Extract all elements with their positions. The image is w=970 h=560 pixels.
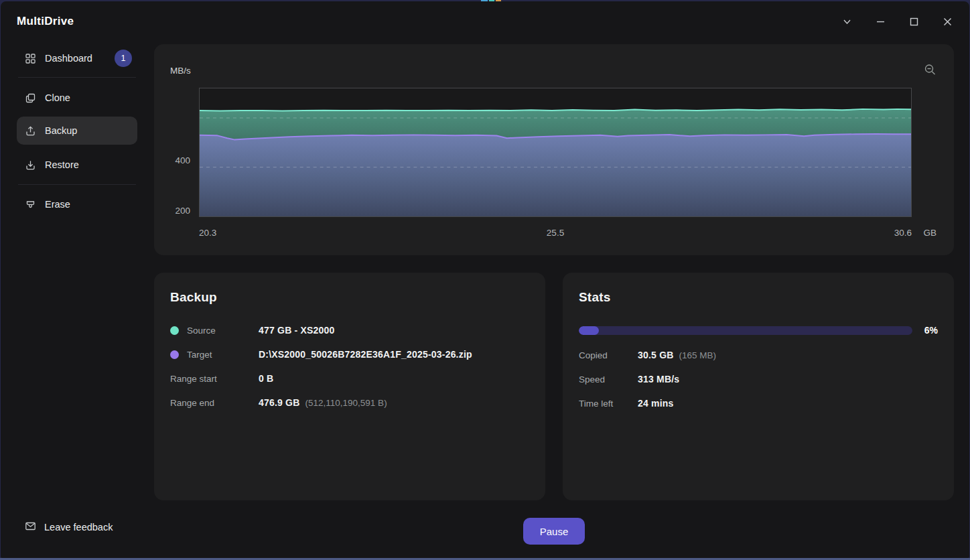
row-label: Range start — [170, 374, 217, 384]
envelope-icon — [25, 520, 36, 534]
chart-canvas — [200, 88, 911, 216]
y-axis-tick: 200 — [163, 206, 190, 216]
maximize-button[interactable] — [902, 11, 926, 35]
app-title: MultiDrive — [17, 15, 74, 28]
row-label: Target — [187, 350, 212, 360]
chart-y-unit-label: MB/s — [170, 66, 191, 76]
backup-rows: Source 477 GB - XS2000 Target D:\XS2000_… — [170, 318, 529, 415]
minimize-button[interactable] — [868, 11, 892, 35]
speed-row: Speed 313 MB/s — [579, 367, 938, 391]
progress-fill — [579, 326, 599, 335]
sidebar-item-restore[interactable]: Restore — [17, 151, 137, 179]
time-left-row: Time left 24 mins — [579, 391, 938, 415]
backup-details-card: Backup Source 477 GB - XS2000 Target D:\… — [154, 273, 545, 500]
target-row: Target D:\XS2000_50026B7282E36A1F_2025-0… — [170, 342, 529, 366]
copied-recent: (165 MB) — [679, 350, 717, 360]
source-value: 477 GB - XS2000 — [259, 325, 335, 336]
window-controls — [835, 11, 959, 35]
target-value: D:\XS2000_50026B7282E36A1F_2025-03-26.zi… — [259, 349, 472, 360]
range-start-row: Range start 0 B — [170, 366, 529, 391]
grid-icon — [25, 53, 36, 64]
sidebar-item-label: Erase — [45, 199, 70, 210]
sidebar-divider — [18, 77, 136, 78]
sidebar-item-dashboard[interactable]: Dashboard 1 — [17, 44, 137, 72]
stats-card: Stats 6% Copied 30.5 GB (165 MB) Speed 3… — [563, 273, 954, 500]
copied-row: Copied 30.5 GB (165 MB) — [579, 343, 938, 367]
source-row: Source 477 GB - XS2000 — [170, 318, 529, 342]
sidebar-item-clone[interactable]: Clone — [17, 84, 137, 112]
y-axis-tick: 400 — [163, 155, 190, 165]
progress-percent: 6% — [924, 325, 938, 336]
row-label: Speed — [579, 374, 605, 384]
eraser-icon — [25, 199, 36, 210]
sidebar-item-backup[interactable]: Backup — [17, 117, 137, 145]
chart-zoom-out-button[interactable] — [920, 62, 939, 80]
chevron-down-icon — [842, 17, 852, 29]
sidebar-item-label: Backup — [45, 125, 77, 136]
row-label: Source — [187, 326, 216, 336]
sidebar-item-label: Restore — [45, 159, 79, 170]
close-icon — [943, 17, 953, 29]
app-window: MultiDrive Dashboard 1 Clone — [1, 1, 969, 558]
x-axis-tick: 25.5 — [547, 228, 564, 238]
sidebar-divider — [18, 184, 136, 185]
row-label: Range end — [170, 398, 214, 408]
card-title: Stats — [579, 290, 610, 305]
source-series-dot — [170, 326, 179, 335]
minimize-icon — [876, 17, 886, 29]
time-left-value: 24 mins — [638, 398, 674, 409]
progress-track — [579, 326, 912, 335]
copied-value: 30.5 GB — [638, 350, 674, 360]
pause-button[interactable]: Pause — [523, 518, 585, 545]
download-icon — [25, 159, 36, 171]
card-title: Backup — [170, 290, 217, 305]
speed-chart-card: MB/s 400 200 20.3 25.5 30.6 GB — [154, 44, 954, 255]
sidebar-item-label: Dashboard — [45, 53, 92, 64]
sidebar-item-label: Clone — [45, 92, 70, 103]
notification-badge: 1 — [115, 50, 132, 67]
target-series-dot — [170, 350, 179, 359]
speed-value: 313 MB/s — [638, 374, 679, 384]
maximize-icon — [909, 17, 919, 29]
magnifier-minus-icon — [923, 63, 937, 79]
leave-feedback-label: Leave feedback — [44, 522, 113, 533]
leave-feedback-button[interactable]: Leave feedback — [25, 520, 113, 534]
progress-bar: 6% — [579, 326, 938, 336]
stats-rows: Copied 30.5 GB (165 MB) Speed 313 MB/s T… — [579, 343, 938, 415]
expand-button[interactable] — [835, 11, 859, 35]
row-label: Time left — [579, 399, 613, 409]
x-axis-tick: 20.3 — [199, 228, 216, 238]
upload-icon — [25, 125, 36, 137]
close-button[interactable] — [935, 11, 959, 35]
sidebar-item-erase[interactable]: Erase — [17, 190, 137, 218]
chart-x-unit-label: GB — [923, 228, 937, 238]
range-end-bytes: (512,110,190,591 B) — [305, 398, 387, 408]
copy-icon — [25, 92, 36, 104]
range-end-row: Range end 476.9 GB (512,110,190,591 B) — [170, 391, 529, 415]
x-axis-tick: 30.6 — [894, 228, 912, 238]
row-label: Copied — [579, 350, 608, 360]
speed-area-chart — [199, 88, 912, 217]
range-start-value: 0 B — [259, 373, 273, 384]
range-end-value: 476.9 GB — [259, 397, 300, 408]
